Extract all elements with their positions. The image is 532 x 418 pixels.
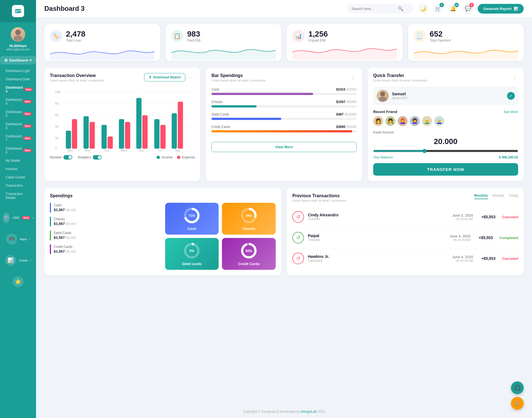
insert-amount-label: Insert Amount (373, 130, 518, 134)
sidebar-item-favorites[interactable]: ⭐ (0, 273, 36, 290)
svg-text:100: 100 (55, 90, 60, 94)
balance-row: Your Balance $ 456,345.62 (373, 155, 518, 159)
spending-checks-label: Checks (211, 100, 222, 104)
see-more-link[interactable]: See More (504, 110, 518, 114)
quick-transfer-title: Quick Transfer (373, 73, 428, 78)
transfer-now-button[interactable]: TRANSFER NOW (373, 163, 518, 176)
expense-dot (177, 156, 180, 159)
view-more-label: View More (275, 145, 293, 149)
analytics-toggle-pill[interactable] (93, 155, 102, 160)
sidebar-item-dashboard-8[interactable]: Dashboard 8 New (3, 144, 33, 157)
friend-avatar-6[interactable]: 👩‍🦳 (434, 116, 444, 126)
txn-time-1: 05:34:45 AM (452, 217, 473, 221)
friend-avatar-1[interactable]: 👩 (373, 116, 383, 126)
friend-avatar-5[interactable]: 👨‍🦳 (422, 116, 432, 126)
txn-overview-subtitle: Lorem ipsum dolor sit amet, consectetur (50, 79, 104, 82)
fab-support-btn[interactable]: 🎧 (511, 381, 524, 394)
txn-overview-title: Transaction Overview (50, 73, 104, 78)
sidebar-item-cards-center[interactable]: Cards Center (3, 173, 33, 181)
sidebar-item-invoices[interactable]: Invoices (3, 165, 33, 173)
svg-rect-33 (142, 115, 148, 148)
sidebar-item-dashboard-5[interactable]: Dashboard 5 New (3, 108, 33, 120)
spending-list-debit-label: Debit Cards (54, 231, 161, 235)
amount-slider[interactable] (373, 149, 518, 153)
sidebar-item-transaction[interactable]: Transaction (3, 181, 33, 190)
sidebar-item-dashboard-3[interactable]: Dashboard 3 New (3, 83, 33, 96)
spending-list: Cash $1,567 /$5,000 Checks $1,567 /$5,00… (50, 203, 161, 270)
sidebar-item-transaction-details[interactable]: Transaction Details (3, 190, 33, 202)
fab-cart-btn[interactable]: 🛒 (511, 397, 524, 410)
spending-list-cash-amount: $1,567 (54, 208, 65, 212)
tab-weekly[interactable]: Weekly (492, 193, 504, 199)
quick-transfer-menu-btn[interactable]: ⋮ (511, 73, 518, 81)
spending-debit-amount: $487 (336, 112, 344, 116)
svg-text:Sun: Sun (67, 149, 73, 152)
sidebar-item-dashboard-light[interactable]: Dashboard Light (3, 67, 33, 75)
donut-debit-chart: 5% (183, 242, 201, 260)
user-name: Hi,William (9, 44, 27, 48)
donut-cash: 71% Cash (165, 203, 219, 235)
sidebar-item-dashboard-4[interactable]: Dashboard 4 New (3, 96, 33, 108)
txn-type-1: Transfer (308, 217, 339, 221)
spending-list-debit: Debit Cards $1,567 /$5,000 (50, 230, 161, 240)
txn-time-2: 05:34:45 AM (450, 238, 470, 242)
number-toggle-pill[interactable] (63, 155, 72, 160)
generate-report-button[interactable]: Generate Report 📊 (478, 4, 524, 14)
friend-avatar-4[interactable]: 👩‍🦱 (410, 116, 420, 126)
tab-monthly[interactable]: Monthly (474, 193, 488, 199)
unpaid-emi-wave (292, 45, 397, 60)
checks-color-bar (50, 217, 51, 227)
total-loan-label: Total Loan (66, 39, 85, 42)
spending-list-cash-total: /$5,000 (65, 208, 76, 212)
bar-spendings-title: Bar Spendings (211, 73, 266, 78)
download-report-button[interactable]: ⬇ Download Report (144, 73, 185, 81)
spending-checks-amount: $1567 (336, 100, 345, 104)
cash-color-bar (50, 203, 51, 213)
bar-chart: 100 80 60 40 20 0 Sun (50, 86, 195, 153)
sidebar-item-apps[interactable]: 🎮 Apps › (0, 231, 36, 247)
spending-list-credit-total: /$5,000 (65, 250, 76, 253)
svg-point-3 (15, 30, 21, 35)
spending-credit-label: Credit Cards (211, 125, 230, 129)
sidebar-item-dashboard-dark[interactable]: Dashboard Dark (3, 75, 33, 83)
sidebar-item-charts[interactable]: 📊 Charts › (0, 252, 36, 269)
friend-avatar-2[interactable]: 👧 (385, 116, 395, 126)
svg-text:40: 40 (55, 125, 59, 128)
friend-avatar-3[interactable]: 👩‍🦰 (398, 116, 408, 126)
chat-badge: 5 (469, 3, 474, 7)
sidebar-item-cms[interactable]: ⚙️ CMS New › (0, 209, 36, 226)
txn-overview-menu-btn[interactable]: ⋯ (188, 73, 195, 81)
svg-text:20: 20 (55, 137, 59, 140)
svg-rect-2 (16, 12, 17, 12)
footer: Copyright © Designed & Developed by Dexi… (36, 405, 532, 418)
spending-cash-fill (211, 93, 313, 95)
search-input[interactable] (351, 7, 396, 11)
sidebar-item-my-wallet[interactable]: My Wallet (3, 157, 33, 165)
view-more-button[interactable]: View More (211, 142, 356, 152)
new-badge: New (24, 149, 32, 152)
transfer-user-panel: Samuel @sam224 ✓ (373, 86, 518, 105)
txn-time-3: 05:34:45 AM (452, 259, 473, 262)
footer-brand[interactable]: DexignLab (301, 410, 317, 414)
dashboard-menu-btn[interactable]: ⊞ Dashboard ▾ (0, 56, 36, 65)
sidebar-item-dashboard-7[interactable]: Dashboard 7 New (3, 132, 33, 144)
svg-rect-37 (178, 102, 183, 149)
bell-btn[interactable]: 🔔 12 (448, 3, 458, 14)
sidebar-item-dashboard-6[interactable]: Dashboard 6 New (3, 120, 33, 132)
page-title: Dashboard 3 (44, 5, 342, 12)
spending-list-credit: Credit Cards $1,567 /$5,000 (50, 244, 161, 254)
bar-spendings-menu-btn[interactable]: ⋮ (349, 73, 357, 81)
content-area: 🏷️ 2,478 Total Loan 📋 983 Pa (36, 17, 532, 405)
cart-btn[interactable]: 🛒 2 (433, 3, 443, 14)
svg-rect-24 (66, 131, 71, 149)
txn-name-1: Cindy Alexandro (308, 213, 339, 217)
spendings-content: Cash $1,567 /$5,000 Checks $1,567 /$5,00… (50, 203, 276, 270)
svg-rect-30 (119, 119, 124, 149)
chevron-right-icon: › (32, 216, 33, 219)
tab-today[interactable]: Today (508, 193, 518, 199)
spending-credit-total: /$4000 (346, 125, 357, 129)
moon-btn[interactable]: 🌙 (418, 3, 428, 14)
new-badge: New (24, 137, 32, 140)
total-loan-icon: 🏷️ (50, 30, 62, 42)
chat-btn[interactable]: 💬 5 (463, 3, 473, 14)
